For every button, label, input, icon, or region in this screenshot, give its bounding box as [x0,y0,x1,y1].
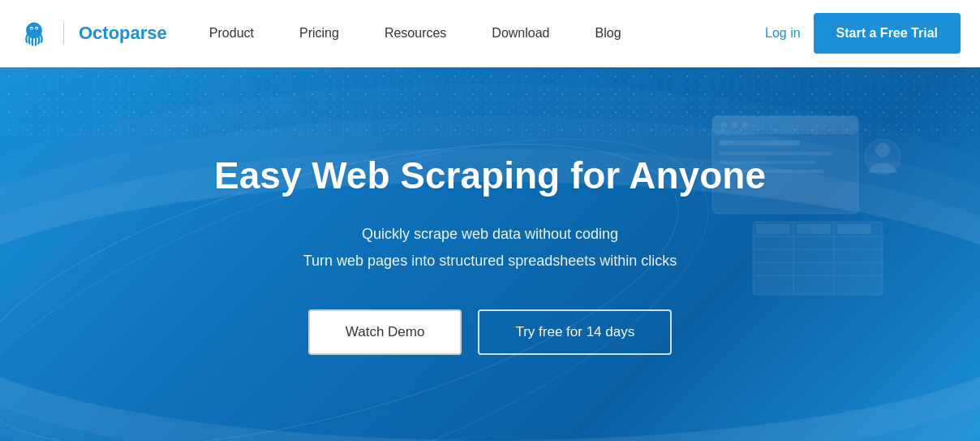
svg-rect-26 [837,224,871,234]
hero-title: Easy Web Scraping for Anyone [214,153,766,198]
svg-rect-11 [719,141,800,145]
navbar: Octoparse Product Pricing Resources Down… [0,0,980,67]
nav-item-blog[interactable]: Blog [573,0,644,67]
navbar-actions: Log in Start a Free Trial [765,13,961,54]
svg-point-4 [31,28,32,29]
nav-menu: Product Pricing Resources Download Blog [187,0,765,67]
svg-point-8 [720,122,727,128]
hero-subtitle-line1: Quickly scrape web data without coding [214,221,766,247]
login-link[interactable]: Log in [765,26,801,41]
hero-section: Easy Web Scraping for Anyone Quickly scr… [0,67,980,441]
brand-name: Octoparse [79,23,167,44]
octopus-icon [19,19,49,48]
svg-point-16 [875,143,890,158]
svg-point-1 [28,23,40,34]
nav-item-pricing[interactable]: Pricing [277,0,362,67]
nav-item-resources[interactable]: Resources [362,0,469,67]
start-trial-button[interactable]: Start a Free Trial [814,13,961,54]
hero-subtitle-line2: Turn web pages into structured spreadshe… [214,248,766,274]
brand-divider [63,22,64,45]
svg-point-9 [731,122,737,128]
svg-point-5 [36,28,37,29]
hero-content: Easy Web Scraping for Anyone Quickly scr… [214,153,766,355]
free-trial-button[interactable]: Try free for 14 days [478,309,672,355]
brand-logo-link[interactable]: Octoparse [19,19,167,48]
nav-item-product[interactable]: Product [187,0,277,67]
watch-demo-button[interactable]: Watch Demo [308,309,462,355]
svg-rect-25 [797,224,831,234]
hero-buttons: Watch Demo Try free for 14 days [214,309,766,355]
svg-point-10 [741,122,748,128]
nav-item-download[interactable]: Download [469,0,572,67]
hero-subtitle: Quickly scrape web data without coding T… [214,221,766,274]
